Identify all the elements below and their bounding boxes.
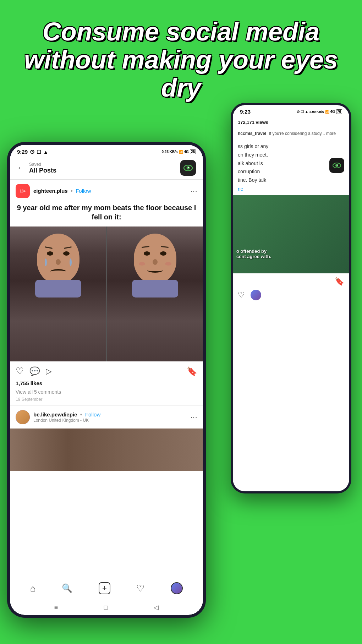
back-image-overlay: o offended by cent agree with. [236,249,271,259]
back-line5: tine. Boy talk [238,176,344,185]
nav-heart-button[interactable]: ♡ [136,583,144,594]
sys-menu-button[interactable]: ≡ [54,604,58,611]
post1-image [10,227,203,361]
post1-actions: ♡ 💬 ▷ 🔖 [10,361,203,380]
post2-username: be.like.pewdiepie [33,411,77,417]
nav-eye-button[interactable] [180,160,196,176]
back-status-icons: ⊙ ☐ ▲ 2.00 KB/s 📶 4G 76 [297,109,342,114]
post1-more-button[interactable]: ⋯ [190,187,197,195]
post-1: 18+ eighteen.plus • Follow ⋯ 9 year old … [10,180,203,406]
post2-follow[interactable]: Follow [85,411,100,417]
post1-comments-link[interactable]: View all 5 comments [10,388,203,396]
back-button[interactable]: ← [17,163,25,173]
meme-smiling-half [107,227,203,361]
nav-home-button[interactable]: ⌂ [30,583,36,594]
post1-comment-button[interactable]: 💬 [29,366,40,376]
back-eye-button[interactable] [329,158,344,173]
bottom-nav: ⌂ 🔍 + ♡ [10,577,203,601]
nav-saved-label: Saved [29,162,176,167]
post2-dot: • [80,411,82,417]
post1-follow[interactable]: Follow [76,188,91,194]
nav-profile-button[interactable] [171,582,183,594]
meme-crying-half [10,227,107,361]
post2-image [10,429,203,471]
hero-title: Consume social media without making your… [14,18,348,102]
front-status-bar: 9:29 ⊙ ☐ ▲ 0.23 KB/s 📶 4G 25 [10,145,203,157]
sys-back-button[interactable]: ◁ [154,604,159,611]
post1-caption: 9 year old me after my mom beats the flo… [10,202,203,227]
sys-home-button[interactable]: □ [104,604,108,611]
back-heart-icon[interactable]: ♡ [238,290,245,300]
phone-front: 9:29 ⊙ ☐ ▲ 0.23 KB/s 📶 4G 25 ← Saved All… [7,142,206,618]
post1-share-button[interactable]: ▷ [46,367,52,376]
system-nav: ≡ □ ◁ [10,601,203,615]
back-caption-user: hccmis_travel [238,131,266,136]
post1-bookmark-button[interactable]: 🔖 [187,366,197,376]
post2-location: London United Kingdom - UK [33,418,187,423]
front-time: 9:29 [17,149,28,155]
back-views: 172,171 views [233,117,349,128]
post1-username: eighteen.plus [33,188,68,194]
front-signal-text: 0.23 KB/s [162,150,178,154]
front-nav-bar: ← Saved All Posts [10,157,203,180]
back-caption-text: If you're considering a study... more [269,131,336,136]
back-bookmark-area: 🔖 [233,273,349,288]
back-overlay-1: o offended by [236,249,271,254]
post1-avatar: 18+ [16,184,30,198]
post1-dot: • [71,188,73,194]
phone-back: 9:23 ⊙ ☐ ▲ 2.00 KB/s 📶 4G 76 172,171 vie… [231,103,351,493]
post1-header: 18+ eighteen.plus • Follow ⋯ [10,180,203,202]
back-time: 9:23 [240,109,251,115]
back-caption: hccmis_travel If you're considering a st… [233,128,349,139]
svg-point-2 [337,165,338,166]
nav-all-posts-label: All Posts [29,167,176,174]
back-actions: ♡ [233,288,349,304]
front-status-right: 0.23 KB/s 📶 4G 25 [162,149,196,154]
nav-add-button[interactable]: + [99,582,110,594]
front-ring-icon: ⊙ [30,148,34,155]
front-arrow-icon: ▲ [43,149,48,155]
post2-more-button[interactable]: ⋯ [190,413,197,421]
eye-icon [333,163,341,168]
back-line4: corruption [238,168,344,176]
post1-likes: 1,755 likes [10,380,203,388]
post1-date: 19 September [10,396,203,405]
svg-point-5 [188,167,190,168]
post2-header: be.like.pewdiepie • Follow London United… [10,406,203,429]
svg-point-4 [187,167,190,170]
front-cloud-icon: ☐ [37,149,41,155]
back-post-image: o offended by cent agree with. [233,195,349,273]
post1-like-button[interactable]: ♡ [16,366,24,377]
back-avatar [251,290,261,300]
back-line2: en they meet, [238,151,344,159]
front-network-icon: 📶 [179,150,183,154]
back-bookmark-icon[interactable]: 🔖 [335,277,344,286]
back-status-bar: 9:23 ⊙ ☐ ▲ 2.00 KB/s 📶 4G 76 [233,105,349,117]
back-line1: ss girls or any [238,142,344,151]
post2-avatar [16,410,30,424]
back-line3: alk about is [238,159,344,168]
hero-section: Consume social media without making your… [0,11,362,109]
back-overlay-2: cent agree with. [236,254,271,259]
front-battery: 25 [190,149,196,154]
nav-search-button[interactable]: 🔍 [62,583,72,593]
nav-eye-icon [183,165,193,171]
back-link[interactable]: ne [238,186,344,192]
